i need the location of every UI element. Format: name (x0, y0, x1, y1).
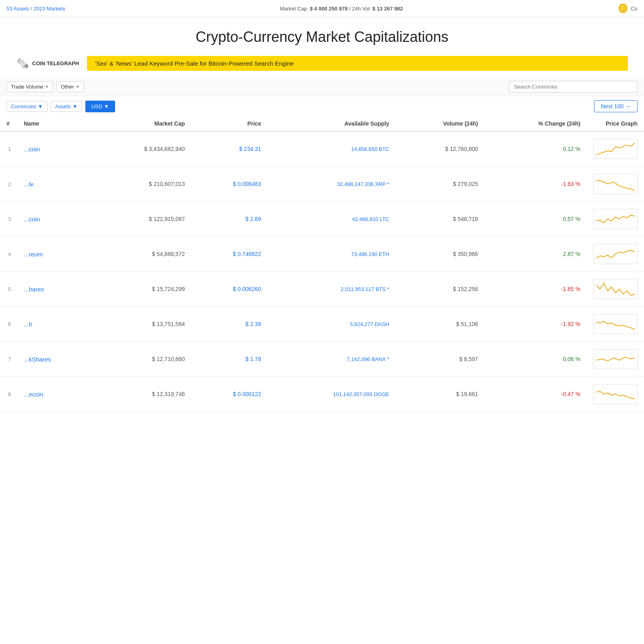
change-cell: 0.06 % (485, 342, 587, 377)
market-cap-cell: $ 12,319,746 (92, 377, 191, 412)
filter-bar: Trade Volume ▼ Other ▼ (0, 77, 644, 96)
col-change: % Change (24h) (485, 116, 587, 131)
ad-banner-area: 🗞️ COIN TELEGRAPH 'Sex' & 'News' Lead Ke… (0, 52, 644, 77)
name-cell[interactable]: ...h (17, 307, 92, 342)
sparkline-cell (587, 377, 644, 412)
change-cell: 2.87 % (485, 237, 587, 272)
table-row: 6 ...h $ 13,751,584 $ 2.36 5,824,277 DAS… (0, 307, 644, 342)
table-row: 8 ...ecoin $ 12,319,746 $ 0.000122 101,1… (0, 377, 644, 412)
top-bar-right: 🪙 Co (617, 3, 638, 14)
assets-link[interactable]: 53 Assets (6, 6, 29, 12)
volume-cell: $ 350,966 (396, 237, 485, 272)
name-cell[interactable]: ...coin (17, 131, 92, 167)
name-cell[interactable]: ...kShares (17, 342, 92, 377)
col-supply: Available Supply (268, 116, 396, 131)
chevron-down-icon: ▼ (45, 85, 49, 89)
crypto-table: # Name Market Cap Price Available Supply… (0, 116, 644, 412)
change-cell: 0.57 % (485, 202, 587, 237)
col-name: Name (17, 116, 92, 131)
market-cap-cell: $ 122,915,087 (92, 202, 191, 237)
supply-cell: 32,488,247,336 XRP * (268, 167, 396, 202)
rank-cell: 7 (0, 342, 17, 377)
volume-cell: $ 19,661 (396, 377, 485, 412)
markets-link[interactable]: 2023 Markets (33, 6, 65, 12)
market-cap-cell: $ 15,724,299 (92, 272, 191, 307)
name-cell[interactable]: ...coin (17, 202, 92, 237)
price-graph (593, 279, 638, 299)
next-100-button[interactable]: Next 100 → (594, 100, 638, 112)
market-cap-cell: $ 210,607,013 (92, 167, 191, 202)
rank-cell: 6 (0, 307, 17, 342)
table-row: 5 ...hares $ 15,724,299 $ 0.006260 2,511… (0, 272, 644, 307)
other-filter[interactable]: Other ▼ (56, 81, 84, 92)
sparkline-cell (587, 202, 644, 237)
price-cell: $ 1.78 (191, 342, 267, 377)
supply-cell: 42,466,810 LTC (268, 202, 396, 237)
search-input[interactable] (509, 81, 638, 93)
change-cell: 0.12 % (485, 131, 587, 167)
chevron-down-icon: ▼ (72, 103, 78, 109)
name-cell[interactable]: ...reum (17, 237, 92, 272)
usd-selector[interactable]: USD ▼ (85, 101, 115, 112)
volume-cell: $ 8,597 (396, 342, 485, 377)
price-graph (593, 314, 638, 334)
price-graph (593, 244, 638, 264)
price-graph (593, 209, 638, 229)
table-row: 3 ...coin $ 122,915,087 $ 2.89 42,466,81… (0, 202, 644, 237)
supply-cell: 73,496,190 ETH (268, 237, 396, 272)
name-cell[interactable]: ...ecoin (17, 377, 92, 412)
table-row: 2 ...le $ 210,607,013 $ 0.006483 32,488,… (0, 167, 644, 202)
col-volume: Volume (24h) (396, 116, 485, 131)
rank-cell: 3 (0, 202, 17, 237)
supply-cell: 2,511,953,117 BTS * (268, 272, 396, 307)
chevron-down-icon: ▼ (76, 85, 80, 89)
price-cell: $ 234.31 (191, 131, 267, 167)
supply-cell: 7,142,096 BANX * (268, 342, 396, 377)
page-title: Crypto-Currency Market Capitalizations (0, 17, 644, 52)
sparkline-cell (587, 131, 644, 167)
trade-volume-filter[interactable]: Trade Volume ▼ (6, 81, 53, 92)
price-graph (593, 174, 638, 194)
name-cell[interactable]: ...hares (17, 272, 92, 307)
supply-cell: 14,658,650 BTC (268, 131, 396, 167)
price-cell: $ 0.006260 (191, 272, 267, 307)
change-cell: -1.63 % (485, 167, 587, 202)
rank-cell: 4 (0, 237, 17, 272)
price-cell: $ 2.89 (191, 202, 267, 237)
col-market-cap: Market Cap (92, 116, 191, 131)
ad-headline[interactable]: 'Sex' & 'News' Lead Keyword Pre-Sale for… (87, 56, 628, 71)
col-price: Price (191, 116, 267, 131)
currencies-filter[interactable]: Currencies ▼ (6, 101, 47, 112)
volume-cell: $ 51,106 (396, 307, 485, 342)
rank-cell: 2 (0, 167, 17, 202)
change-cell: -1.92 % (485, 307, 587, 342)
rank-cell: 5 (0, 272, 17, 307)
market-stats: Market Cap: $ 4 000 250 978 / 24h Vol: $… (280, 6, 403, 12)
volume-cell: $ 12,760,800 (396, 131, 485, 167)
table-row: 1 ...coin $ 3,434,682,940 $ 234.31 14,65… (0, 131, 644, 167)
name-cell[interactable]: ...le (17, 167, 92, 202)
market-cap-cell: $ 13,751,584 (92, 307, 191, 342)
price-cell: $ 0.006483 (191, 167, 267, 202)
price-cell: $ 0.000122 (191, 377, 267, 412)
cointelegraph-logo: 🗞️ COIN TELEGRAPH (16, 57, 79, 70)
ct-name: COIN TELEGRAPH (32, 60, 79, 66)
table-controls: Currencies ▼ Assets ▼ USD ▼ Next 100 → (0, 96, 644, 116)
volume-cell: $ 152,256 (396, 272, 485, 307)
sparkline-cell (587, 342, 644, 377)
top-bar: 53 Assets / 2023 Markets Market Cap: $ 4… (0, 0, 644, 17)
sparkline-cell (587, 307, 644, 342)
market-cap-cell: $ 3,434,682,940 (92, 131, 191, 167)
market-cap-cell: $ 12,710,860 (92, 342, 191, 377)
table-row: 7 ...kShares $ 12,710,860 $ 1.78 7,142,0… (0, 342, 644, 377)
col-rank: # (0, 116, 17, 131)
supply-cell: 101,142,357,093 DOGE (268, 377, 396, 412)
table-row: 4 ...reum $ 54,888,572 $ 0.746822 73,496… (0, 237, 644, 272)
price-graph (593, 139, 638, 159)
assets-filter[interactable]: Assets ▼ (51, 101, 82, 112)
breadcrumb: 53 Assets / 2023 Markets (6, 6, 65, 12)
price-cell: $ 2.36 (191, 307, 267, 342)
chevron-down-icon: ▼ (38, 103, 43, 109)
change-cell: -0.47 % (485, 377, 587, 412)
rank-cell: 1 (0, 131, 17, 167)
